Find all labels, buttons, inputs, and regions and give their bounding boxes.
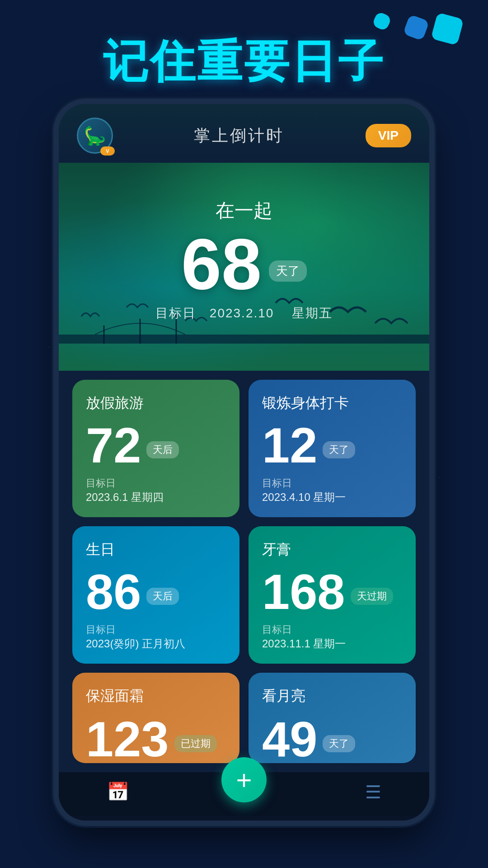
card-moon-badge: 天了	[323, 735, 355, 752]
card-birthday-count-row: 86 天后	[86, 567, 226, 617]
card-toothpaste[interactable]: 牙膏 168 天过期 目标日 2023.11.1 星期一	[249, 526, 416, 664]
card-vacation-badge: 天后	[146, 441, 179, 458]
card-exercise-count-row: 12 天了	[262, 420, 402, 470]
hero-label: 在一起	[216, 198, 272, 223]
hero-date-label: 目标日	[155, 306, 196, 320]
nav-list-icon: ☰	[365, 782, 381, 802]
card-birthday-date-label: 目标日	[86, 623, 226, 637]
card-moisturizer-count-row: 123 已过期	[86, 714, 226, 763]
hero-date: 目标日 2023.2.10 星期五	[155, 305, 332, 322]
card-birthday-date: 2023(癸卯) 正月初八	[86, 637, 226, 651]
hero-days-badge: 天了	[269, 260, 307, 282]
card-moisturizer[interactable]: 保湿面霜 123 已过期	[72, 673, 239, 763]
card-moon[interactable]: 看月亮 49 天了	[249, 673, 416, 763]
main-title-section: 记住重要日子	[0, 0, 488, 104]
card-moon-count-row: 49 天了	[262, 714, 402, 763]
nav-item-home[interactable]: 📅	[107, 781, 129, 802]
hero-section: 在一起 68 天了 目标日 2023.2.10 星期五	[59, 163, 429, 371]
card-exercise-title: 锻炼身体打卡	[262, 393, 402, 413]
card-birthday-title: 生日	[86, 540, 226, 560]
card-vacation-count: 72	[86, 420, 141, 470]
card-exercise[interactable]: 锻炼身体打卡 12 天了 目标日 2023.4.10 星期一	[249, 380, 416, 517]
card-birthday[interactable]: 生日 86 天后 目标日 2023(癸卯) 正月初八	[72, 526, 239, 664]
fab-add-button[interactable]: +	[221, 757, 267, 802]
app-title: 掌上倒计时	[194, 125, 284, 147]
card-birthday-count: 86	[86, 567, 141, 617]
card-vacation-count-row: 72 天后	[86, 420, 226, 470]
avatar-container[interactable]: 🦕 V	[77, 118, 113, 154]
card-exercise-date: 2023.4.10 星期一	[262, 490, 402, 505]
card-moisturizer-count: 123	[86, 714, 169, 763]
card-toothpaste-date-label: 目标日	[262, 623, 402, 637]
svg-rect-0	[59, 335, 429, 344]
main-title: 记住重要日子	[0, 36, 488, 86]
card-toothpaste-badge: 天过期	[351, 588, 393, 605]
card-vacation-date-label: 目标日	[86, 476, 226, 490]
card-exercise-count: 12	[262, 420, 317, 470]
card-moon-count: 49	[262, 714, 317, 763]
card-vacation[interactable]: 放假旅游 72 天后 目标日 2023.6.1 星期四	[72, 380, 239, 517]
avatar-vip-badge: V	[100, 146, 115, 156]
card-moisturizer-badge: 已过期	[174, 735, 217, 752]
vip-button[interactable]: VIP	[366, 124, 411, 147]
card-toothpaste-title: 牙膏	[262, 540, 402, 560]
card-moon-title: 看月亮	[262, 686, 402, 706]
app-header: 🦕 V 掌上倒计时 VIP	[59, 104, 429, 163]
nav-item-list[interactable]: ☰	[365, 782, 381, 802]
hero-count-container: 68 天了	[181, 228, 307, 300]
card-vacation-title: 放假旅游	[86, 393, 226, 413]
card-toothpaste-count: 168	[262, 567, 345, 617]
card-toothpaste-count-row: 168 天过期	[262, 567, 402, 617]
hero-count: 68	[181, 228, 262, 300]
card-exercise-badge: 天了	[323, 441, 355, 458]
card-moisturizer-title: 保湿面霜	[86, 686, 226, 706]
phone-mockup: 🦕 V 掌上倒计时 VIP 在一起 68 天了	[59, 104, 429, 821]
cards-grid: 放假旅游 72 天后 目标日 2023.6.1 星期四 锻炼身体打卡 12 天了…	[59, 371, 429, 664]
card-toothpaste-date: 2023.11.1 星期一	[262, 637, 402, 651]
hero-date-value: 2023.2.10	[210, 306, 274, 320]
card-exercise-date-label: 目标日	[262, 476, 402, 490]
hero-weekday: 星期五	[292, 306, 333, 320]
bottom-nav-wrapper: 📅 ☰ +	[59, 772, 429, 821]
card-birthday-badge: 天后	[146, 588, 179, 605]
nav-home-icon: 📅	[107, 781, 129, 802]
card-vacation-date: 2023.6.1 星期四	[86, 490, 226, 505]
avatar-icon: 🦕	[84, 125, 106, 146]
